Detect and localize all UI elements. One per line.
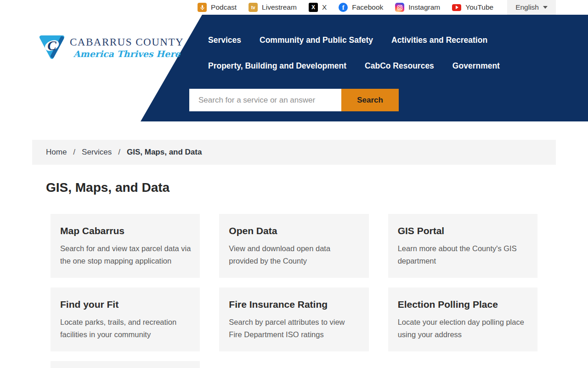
breadcrumb-current: GIS, Maps, and Data (127, 148, 202, 157)
svg-text:C: C (47, 38, 57, 53)
card-fire-insurance-rating[interactable]: Fire Insurance Rating Search by parcel a… (219, 288, 368, 351)
facebook-icon: f (339, 3, 348, 12)
card-title: Open Data (229, 225, 359, 236)
topbar-label: X (322, 3, 327, 12)
service-card-grid: Map Cabarrus Search for and view tax par… (51, 214, 537, 368)
card-title: Fire Insurance Rating (229, 299, 359, 310)
breadcrumb-home[interactable]: Home (46, 148, 67, 157)
card-description: Locate your election day polling place u… (398, 316, 528, 341)
language-selector[interactable]: English (507, 0, 556, 15)
site-header: C CABARRUS COUNTY America Thrives Here S… (0, 15, 588, 121)
topbar-link-instagram[interactable]: Instagram (395, 3, 440, 12)
search-input[interactable] (189, 89, 341, 111)
topbar-link-youtube[interactable]: YouTube (452, 3, 493, 12)
breadcrumb: Home / Services / GIS, Maps, and Data (32, 140, 556, 165)
topbar-link-podcast[interactable]: Podcast (198, 3, 237, 12)
nav-item-services[interactable]: Services (208, 35, 241, 45)
topbar-link-facebook[interactable]: f Facebook (339, 3, 383, 12)
logo-triangle-icon: C (39, 34, 65, 61)
card-description: Search by parcel attributes to view Fire… (229, 316, 359, 341)
topbar-label: YouTube (465, 3, 493, 12)
language-label: English (515, 3, 539, 12)
card-description: Search for and view tax parcel data via … (60, 242, 191, 267)
nav-item-activities-recreation[interactable]: Activities and Recreation (391, 35, 487, 45)
topbar-link-x[interactable]: X X (309, 3, 327, 12)
nav-item-cabco-resources[interactable]: CabCo Resources (365, 61, 434, 71)
topbar-label: Facebook (352, 3, 383, 12)
x-icon: X (309, 3, 318, 12)
card-open-data[interactable]: Open Data View and download open data pr… (219, 214, 368, 278)
topbar-label: Instagram (408, 3, 440, 12)
card-partial[interactable] (51, 361, 200, 368)
card-description: View and download open data provided by … (229, 242, 359, 267)
nav-item-government[interactable]: Government (452, 61, 500, 71)
topbar-label: Podcast (211, 3, 237, 12)
logo-title: CABARRUS COUNTY (70, 36, 184, 48)
site-search: Search (189, 89, 399, 111)
page-title: GIS, Maps, and Data (46, 180, 588, 195)
card-election-polling-place[interactable]: Election Polling Place Locate your elect… (388, 288, 537, 351)
card-find-your-fit[interactable]: Find your Fit Locate parks, trails, and … (51, 288, 200, 351)
breadcrumb-separator: / (73, 148, 75, 157)
social-bar: Podcast tv Livestream X X f Facebook Ins… (0, 0, 588, 15)
chevron-down-icon (543, 6, 548, 11)
card-gis-portal[interactable]: GIS Portal Learn more about the County's… (388, 214, 537, 278)
instagram-icon (395, 3, 404, 12)
topbar-link-livestream[interactable]: tv Livestream (249, 3, 297, 12)
youtube-icon (452, 3, 461, 12)
nav-item-property-building-development[interactable]: Property, Building and Development (208, 61, 346, 71)
card-map-cabarrus[interactable]: Map Cabarrus Search for and view tax par… (51, 214, 200, 278)
logo-tagline: America Thrives Here (70, 49, 184, 59)
card-description: Learn more about the County's GIS depart… (398, 242, 528, 267)
card-title: Map Cabarrus (60, 225, 191, 236)
breadcrumb-services[interactable]: Services (82, 148, 112, 157)
site-logo[interactable]: C CABARRUS COUNTY America Thrives Here (39, 34, 184, 61)
card-title: Find your Fit (60, 299, 191, 310)
breadcrumb-separator: / (118, 148, 120, 157)
nav-item-community-public-safety[interactable]: Community and Public Safety (260, 35, 373, 45)
search-button[interactable]: Search (341, 89, 399, 111)
card-title: GIS Portal (398, 225, 528, 236)
main-navigation: Services Community and Public Safety Act… (208, 35, 500, 71)
card-title: Election Polling Place (398, 299, 528, 310)
livestream-icon: tv (249, 3, 258, 12)
podcast-icon (198, 3, 207, 12)
card-description: Locate parks, trails, and recreation fac… (60, 316, 191, 341)
topbar-label: Livestream (262, 3, 297, 12)
